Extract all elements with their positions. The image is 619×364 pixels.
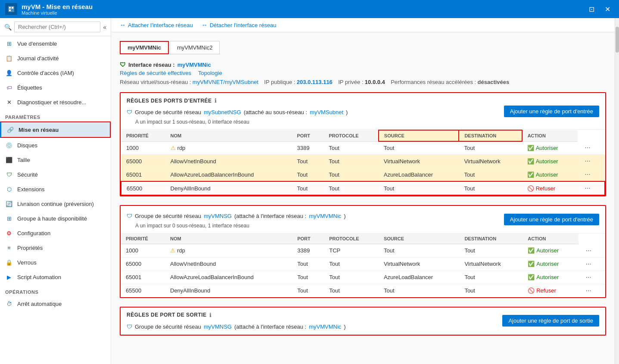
title-bar-actions: ⊡ ✕ — [585, 3, 614, 15]
cell-destination: VirtualNetwork — [459, 257, 523, 271]
sidebar-item-securite[interactable]: 🛡 Sécurité — [0, 167, 111, 182]
nav-label: Propriétés — [17, 245, 43, 251]
sidebar-item-groupe-ha[interactable]: ⊞ Groupe à haute disponibilité — [0, 211, 111, 226]
outbound-header-left: RÈGLES DE PORT DE SORTIE ℹ 🛡 Groupe de s… — [127, 312, 346, 330]
sidebar: 🔍 « ⊞ Vue d'ensemble 📋 Journal d'activit… — [0, 18, 111, 364]
attach-label: Attacher l'interface réseau — [128, 22, 193, 28]
row-more-btn[interactable]: ··· — [584, 247, 593, 255]
sidebar-item-arret[interactable]: ⏱ Arrêt automatique — [0, 296, 111, 311]
sidebar-item-vue-ensemble[interactable]: ⊞ Vue d'ensemble — [0, 36, 111, 51]
cell-destination: Tout — [459, 141, 522, 155]
tab-myvmvmnic[interactable]: myVMVMNic — [120, 41, 169, 54]
attach-interface-action[interactable]: ↔ Attacher l'interface réseau — [120, 22, 193, 28]
detach-interface-action[interactable]: ↔ Détacher l'interface réseau — [202, 22, 277, 28]
cell-destination: Tout — [459, 181, 522, 195]
config-icon: ⚙ — [5, 229, 13, 237]
cell-priorite: 65000 — [121, 155, 165, 168]
add-inbound-rule-btn-2[interactable]: Ajouter une règle de port d'entrée — [504, 214, 599, 225]
cell-source: Tout — [379, 181, 459, 195]
nsg2-name-link[interactable]: myVMNSG — [204, 213, 232, 219]
extensions-icon: ⬡ — [5, 185, 13, 193]
add-outbound-rule-btn[interactable]: Ajouter une règle de port de sortie — [502, 315, 599, 327]
app-icon — [5, 3, 17, 15]
cell-action: ✅Autoriser — [523, 244, 579, 258]
col-action: ACTION — [522, 130, 578, 141]
nav-label: Diagnostiquer et résoudre... — [17, 99, 86, 106]
deny-icon: 🚫Refuser — [528, 287, 573, 294]
row-more-btn[interactable]: ··· — [584, 274, 593, 281]
actions-bar: ↔ Attacher l'interface réseau ↔ Détacher… — [111, 18, 615, 32]
sidebar-item-extensions[interactable]: ⬡ Extensions — [0, 182, 111, 196]
section-header-left-nsg1: RÈGLES DES PORTS D'ENTRÉE ℹ 🛡 Groupe de … — [127, 97, 348, 125]
interface-meta: Réseau virtuel/sous-réseau : myVMVNET/my… — [120, 79, 606, 85]
sidebar-item-disques[interactable]: 💿 Disques — [0, 138, 111, 152]
sidebar-item-reseau[interactable]: 🔗 Mise en réseau — [0, 121, 111, 138]
ip-privee-value: 10.0.0.4 — [365, 79, 385, 85]
col-port: PORT — [292, 233, 324, 244]
row-more-btn[interactable]: ··· — [583, 157, 592, 165]
detach-label: Détacher l'interface réseau — [210, 22, 277, 28]
regles-effectives-link[interactable]: Règles de sécurité effectives — [120, 70, 191, 76]
topologie-link[interactable]: Topologie — [198, 70, 222, 76]
search-input[interactable] — [14, 22, 100, 32]
cell-nom: AllowVnetInBound — [165, 257, 292, 271]
tab-myvmvmnic2[interactable]: myVMVMNic2 — [170, 41, 220, 54]
sidebar-item-etiquettes[interactable]: 🏷 Étiquettes — [0, 80, 111, 95]
deny-icon: 🚫Refuser — [527, 185, 573, 192]
sidebar-item-journal[interactable]: 📋 Journal d'activité — [0, 51, 111, 65]
sidebar-item-iam[interactable]: 👤 Contrôle d'accès (IAM) — [0, 65, 111, 80]
inbound-section-nsg1: RÈGLES DES PORTS D'ENTRÉE ℹ 🛡 Groupe de … — [120, 92, 606, 196]
nsg2-shield-icon: 🛡 — [127, 213, 132, 219]
outbound-shield-icon: 🛡 — [127, 324, 132, 330]
row-more-btn[interactable]: ··· — [583, 184, 592, 192]
cell-action: 🚫Refuser — [523, 284, 579, 297]
nsg2-label: Groupe de sécurité réseau — [135, 213, 201, 219]
nav-label: Verrous — [17, 259, 37, 266]
nsg1-link-link[interactable]: myVMSubnet — [310, 109, 343, 115]
cell-source: Tout — [379, 244, 459, 258]
cell-protocole: Tout — [324, 271, 379, 284]
row-more-btn[interactable]: ··· — [584, 287, 593, 295]
lock-icon: 🔒 — [5, 258, 13, 266]
sidebar-item-verrous[interactable]: 🔒 Verrous — [0, 255, 111, 270]
cell-nom: AllowVnetInBound — [165, 155, 292, 168]
warn-icon: ⚠ — [170, 247, 175, 254]
nsg-row-1: 🛡 Groupe de sécurité réseau mySubnetNSG … — [127, 109, 348, 115]
outbound-section-header: RÈGLES DE PORT DE SORTIE ℹ 🛡 Groupe de s… — [121, 308, 605, 335]
col-source: SOURCE — [379, 233, 459, 244]
row-more-btn[interactable]: ··· — [583, 144, 592, 152]
outbound-title-row: RÈGLES DE PORT DE SORTIE ℹ — [127, 312, 212, 318]
scrollbar[interactable] — [615, 18, 619, 364]
col-source: SOURCE — [379, 130, 459, 141]
nsg2-link-link[interactable]: myVMVMNic — [309, 213, 341, 219]
col-port: PORT — [292, 130, 324, 141]
sidebar-item-taille[interactable]: ⬛ Taille — [0, 152, 111, 167]
content-area: ↔ Attacher l'interface réseau ↔ Détacher… — [111, 18, 615, 364]
cell-priorite: 65500 — [121, 181, 165, 195]
ip-publique-value: 203.0.113.116 — [297, 79, 333, 85]
cell-source: Tout — [379, 284, 459, 297]
close-button[interactable]: ✕ — [601, 3, 614, 15]
maximize-button[interactable]: ⊡ — [585, 3, 598, 15]
collapse-button[interactable]: « — [103, 24, 106, 31]
row-more-btn[interactable]: ··· — [584, 260, 593, 268]
sidebar-item-diag[interactable]: ✕ Diagnostiquer et résoudre... — [0, 95, 111, 109]
sidebar-item-script[interactable]: ▶ Script Automation — [0, 270, 111, 284]
cell-nom: DenyAllInBound — [165, 284, 292, 297]
reseau-value-link[interactable]: myVMVNET/myVMSubnet — [193, 79, 258, 85]
cell-protocole: Tout — [324, 284, 379, 297]
outbound-nsg-name-link[interactable]: myVMNSG — [204, 324, 232, 330]
nsg1-close-paren: ) — [346, 109, 348, 115]
sidebar-item-proprietes[interactable]: ≡ Propriétés — [0, 240, 111, 255]
nav-label: Mise en réseau — [19, 127, 59, 133]
outbound-nsg-link[interactable]: myVMVMNic — [309, 324, 341, 330]
sidebar-item-livraison[interactable]: 🔄 Livraison continue (préversion) — [0, 196, 111, 211]
sidebar-item-configuration[interactable]: ⚙ Configuration — [0, 226, 111, 240]
add-inbound-rule-btn-1[interactable]: Ajouter une règle de port d'entrée — [504, 106, 599, 117]
row-more-btn[interactable]: ··· — [583, 171, 592, 178]
interface-name-link[interactable]: myVMVMNic — [177, 62, 211, 68]
outbound-nsg-suffix: (attaché à l'interface réseau : — [234, 324, 306, 330]
tabs-row: myVMVMNic myVMVMNic2 — [120, 41, 606, 54]
nsg1-name-link[interactable]: mySubnetNSG — [204, 109, 241, 115]
svg-rect-3 — [9, 9, 11, 11]
